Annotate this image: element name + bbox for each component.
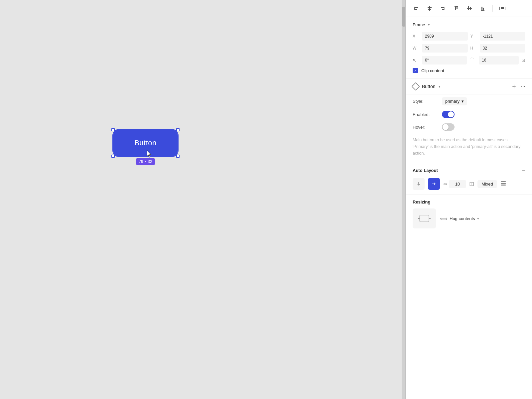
hover-toggle-thumb xyxy=(443,124,449,130)
svg-rect-0 xyxy=(414,7,415,10)
svg-rect-10 xyxy=(455,7,456,10)
style-row: Style: primary ▾ xyxy=(406,94,532,108)
align-right-icon[interactable] xyxy=(439,5,447,12)
svg-rect-7 xyxy=(441,7,444,8)
resizing-controls: ⟺ Hug contents ▾ xyxy=(413,208,525,228)
svg-rect-13 xyxy=(468,6,469,10)
h-label: H xyxy=(470,46,477,51)
canvas-button-wrapper: Button 79 × 32 xyxy=(113,130,178,165)
canvas: Button 79 × 32 xyxy=(0,0,402,399)
svg-rect-16 xyxy=(481,7,482,10)
svg-rect-21 xyxy=(501,181,506,182)
svg-rect-24 xyxy=(420,215,429,222)
scrollbar-divider[interactable] xyxy=(402,0,406,399)
mixed-dropdown[interactable]: Mixed xyxy=(477,180,497,188)
svg-rect-22 xyxy=(501,183,506,184)
rotation-corner-row: ↖ ⌒ ⊡ xyxy=(413,56,525,65)
style-chevron: ▾ xyxy=(462,99,464,104)
expand-corners-icon[interactable]: ⊡ xyxy=(521,58,525,63)
w-label: W xyxy=(413,46,419,51)
hug-contents-dropdown-arrow[interactable]: ▾ xyxy=(477,216,479,221)
component-title-left: Button ▾ xyxy=(413,83,441,89)
clip-content-label: Clip content xyxy=(421,68,444,73)
enabled-label: Enabled: xyxy=(413,112,439,117)
component-name: Button xyxy=(422,84,435,89)
svg-rect-9 xyxy=(455,6,458,7)
hover-label: Hover: xyxy=(413,125,439,130)
svg-rect-14 xyxy=(470,7,471,10)
resizing-label-area: ⟺ Hug contents ▾ xyxy=(440,215,479,222)
rotation-input[interactable] xyxy=(422,56,467,65)
gap-icon: ⇹ xyxy=(443,181,447,187)
enabled-toggle[interactable] xyxy=(442,111,455,118)
svg-rect-1 xyxy=(415,7,418,8)
gap-input[interactable] xyxy=(449,180,466,188)
svg-rect-18 xyxy=(499,7,500,10)
h-pair: H xyxy=(470,44,526,53)
corner-input[interactable] xyxy=(479,56,519,65)
size-badge: 79 × 32 xyxy=(136,158,155,165)
style-dropdown[interactable]: primary ▾ xyxy=(442,97,467,105)
x-label: X xyxy=(413,34,419,39)
canvas-button[interactable]: Button xyxy=(113,130,178,156)
component-header: Button ▾ ··· xyxy=(406,79,532,94)
direction-right-btn[interactable] xyxy=(428,178,440,190)
handle-tr[interactable] xyxy=(176,128,180,131)
align-bottom-icon[interactable] xyxy=(479,5,486,12)
frame-section: Frame ▾ X Y W H xyxy=(406,17,532,79)
svg-rect-19 xyxy=(505,7,505,10)
enabled-row: Enabled: xyxy=(406,108,532,121)
frame-title-row: Frame ▾ xyxy=(413,22,525,27)
component-actions: ··· xyxy=(511,83,525,89)
direction-down-btn[interactable] xyxy=(413,178,425,190)
align-center-v-icon[interactable] xyxy=(466,5,473,12)
xy-row: X Y xyxy=(413,32,525,41)
component-description: Main button to be used as the default in… xyxy=(406,133,532,162)
style-label: Style: xyxy=(413,99,439,104)
handle-tl[interactable] xyxy=(111,128,115,131)
component-dropdown-arrow[interactable]: ▾ xyxy=(439,84,441,89)
x-pair: X xyxy=(413,32,468,41)
svg-rect-2 xyxy=(415,9,417,10)
scrollbar-thumb[interactable] xyxy=(402,7,405,27)
resizing-visual-btn[interactable] xyxy=(413,208,436,228)
y-input[interactable] xyxy=(480,32,526,41)
svg-rect-3 xyxy=(429,6,430,11)
rotation-icon: ↖ xyxy=(413,58,419,63)
component-more-icon[interactable]: ··· xyxy=(521,83,525,89)
gap-input-wrapper: ⇹ xyxy=(443,180,466,188)
layout-bars-icon[interactable] xyxy=(500,180,506,188)
clip-content-row: ✓ Clip content xyxy=(413,68,525,73)
component-detach-icon[interactable] xyxy=(511,83,517,89)
svg-rect-4 xyxy=(428,7,432,8)
svg-rect-17 xyxy=(483,8,484,10)
canvas-button-selection: Button xyxy=(113,130,178,156)
resizing-title: Resizing xyxy=(413,200,525,204)
auto-layout-controls: ⇹ ⊡ Mixed xyxy=(406,178,532,195)
distribute-icon[interactable] xyxy=(499,5,506,12)
align-top-icon[interactable] xyxy=(453,5,460,12)
w-pair: W xyxy=(413,44,468,53)
hug-contents-label[interactable]: Hug contents xyxy=(450,216,475,221)
rotation-pair: ↖ xyxy=(413,56,467,65)
frame-dropdown-arrow[interactable]: ▾ xyxy=(428,23,430,27)
hover-toggle[interactable] xyxy=(442,123,455,131)
corner-pair: ⌒ ⊡ xyxy=(469,56,525,65)
hug-arrows-icon: ⟺ xyxy=(440,215,448,222)
w-input[interactable] xyxy=(422,44,468,53)
align-left-icon[interactable] xyxy=(413,5,420,12)
svg-rect-6 xyxy=(445,7,445,10)
style-value: primary xyxy=(445,99,460,104)
svg-rect-20 xyxy=(501,7,504,9)
auto-layout-remove-btn[interactable]: − xyxy=(522,167,525,174)
h-input[interactable] xyxy=(480,44,526,53)
right-panel: Frame ▾ X Y W H xyxy=(406,0,532,399)
padding-icon[interactable]: ⊡ xyxy=(469,180,474,188)
clip-content-checkbox[interactable]: ✓ xyxy=(413,68,418,73)
align-center-h-icon[interactable] xyxy=(426,5,433,12)
mixed-label: Mixed xyxy=(481,182,493,187)
corner-icon: ⌒ xyxy=(469,57,476,63)
x-input[interactable] xyxy=(422,32,468,41)
handle-br[interactable] xyxy=(176,155,180,158)
handle-bl[interactable] xyxy=(111,155,115,158)
